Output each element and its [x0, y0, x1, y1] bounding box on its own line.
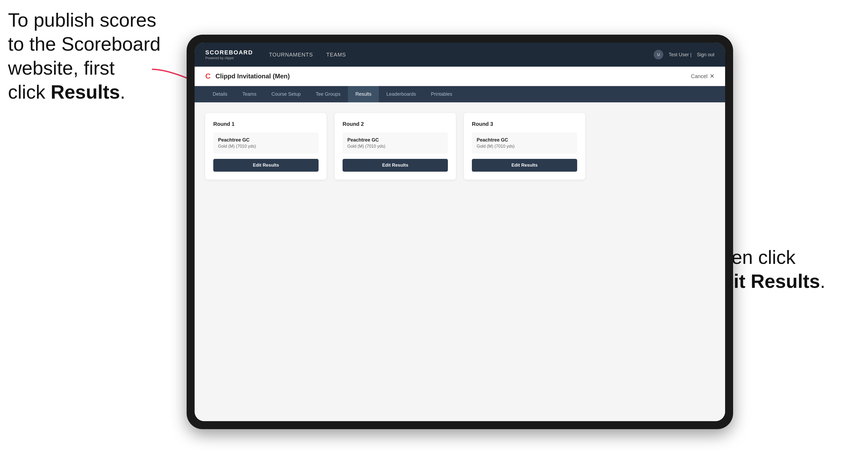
round-1-course-details: Gold (M) (7010 yds) [218, 144, 314, 149]
cancel-label: Cancel [691, 73, 708, 80]
cancel-button[interactable]: Cancel ✕ [691, 73, 714, 80]
tournament-name: Clippd Invitational (Men) [215, 72, 290, 80]
user-name: Test User | [669, 52, 691, 58]
logo-title: SCOREBOARD [205, 50, 253, 56]
top-nav: SCOREBOARD Powered by clippd TOURNAMENTS… [195, 43, 725, 67]
user-avatar: U [654, 50, 663, 59]
instruction-line4-prefix: click [8, 81, 51, 103]
tab-course-setup[interactable]: Course Setup [264, 86, 308, 102]
cancel-icon: ✕ [710, 73, 714, 80]
instruction-line2: to the Scoreboard [8, 33, 160, 55]
rounds-grid: Round 1 Peachtree GC Gold (M) (7010 yds)… [205, 113, 714, 180]
round-1-card: Round 1 Peachtree GC Gold (M) (7010 yds)… [205, 113, 327, 180]
round-2-title: Round 2 [343, 121, 448, 127]
round-3-title: Round 3 [472, 121, 577, 127]
tab-details[interactable]: Details [205, 86, 235, 102]
round-2-card: Round 2 Peachtree GC Gold (M) (7010 yds)… [335, 113, 456, 180]
tab-results[interactable]: Results [348, 86, 379, 102]
tournament-title-area: C Clippd Invitational (Men) [205, 72, 290, 81]
logo-area: SCOREBOARD Powered by clippd [205, 50, 253, 60]
round-2-course-details: Gold (M) (7010 yds) [347, 144, 443, 149]
instruction-line4-suffix: . [120, 81, 125, 103]
tab-leaderboards[interactable]: Leaderboards [379, 86, 423, 102]
nav-teams[interactable]: TEAMS [326, 52, 346, 58]
top-nav-right: U Test User | Sign out [654, 50, 714, 59]
then-click-line2-suffix: . [820, 271, 825, 292]
tablet-frame: SCOREBOARD Powered by clippd TOURNAMENTS… [187, 35, 733, 429]
round-3-course-card: Peachtree GC Gold (M) (7010 yds) [472, 132, 577, 154]
tab-teams[interactable]: Teams [235, 86, 264, 102]
round-3-edit-results-button[interactable]: Edit Results [472, 159, 577, 172]
round-1-edit-results-button[interactable]: Edit Results [213, 159, 318, 172]
round-3-course-name: Peachtree GC [477, 137, 572, 143]
instruction-results-bold: Results [51, 81, 120, 103]
instruction-text: To publish scores to the Scoreboard webs… [8, 8, 160, 104]
round-1-course-card: Peachtree GC Gold (M) (7010 yds) [213, 132, 318, 154]
sign-out-link[interactable]: Sign out [697, 52, 714, 58]
logo-subtitle: Powered by clippd [205, 56, 253, 60]
nav-tournaments[interactable]: TOURNAMENTS [269, 52, 313, 58]
tab-printables[interactable]: Printables [423, 86, 460, 102]
instruction-line3: website, first [8, 57, 115, 79]
round-1-title: Round 1 [213, 121, 318, 127]
round-2-edit-results-button[interactable]: Edit Results [343, 159, 448, 172]
round-3-card: Round 3 Peachtree GC Gold (M) (7010 yds)… [464, 113, 585, 180]
round-1-course-name: Peachtree GC [218, 137, 314, 143]
tab-tee-groups[interactable]: Tee Groups [308, 86, 348, 102]
tournament-header: C Clippd Invitational (Men) Cancel ✕ [195, 67, 725, 86]
sub-nav: Details Teams Course Setup Tee Groups Re… [195, 86, 725, 102]
tablet-screen: SCOREBOARD Powered by clippd TOURNAMENTS… [195, 43, 725, 421]
round-3-course-details: Gold (M) (7010 yds) [477, 144, 572, 149]
nav-links: TOURNAMENTS TEAMS [269, 52, 654, 58]
tournament-icon: C [205, 72, 211, 81]
round-2-course-card: Peachtree GC Gold (M) (7010 yds) [343, 132, 448, 154]
round-4-empty [593, 113, 714, 180]
main-content: Round 1 Peachtree GC Gold (M) (7010 yds)… [195, 102, 725, 421]
instruction-line4: click Results. [8, 81, 125, 103]
instruction-line1: To publish scores [8, 9, 156, 31]
round-2-course-name: Peachtree GC [347, 137, 443, 143]
